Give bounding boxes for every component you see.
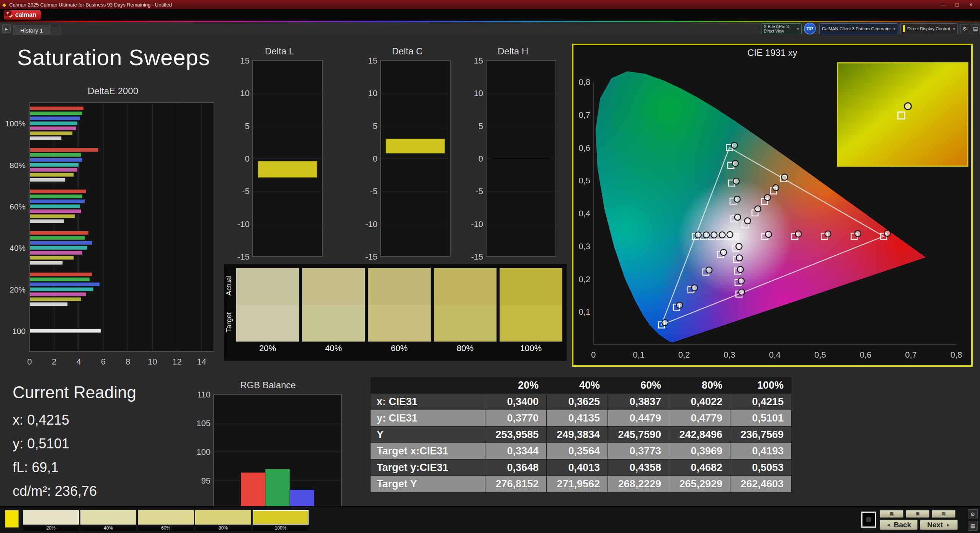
measured-marker: [825, 231, 831, 237]
table-row: Target x:CIE310,33440,35640,37730,39690,…: [371, 443, 792, 459]
table-column-header: 100%: [730, 377, 792, 394]
layout-grid-icon[interactable]: ▦: [968, 521, 978, 531]
svg-text:8: 8: [126, 357, 130, 366]
minimize-button[interactable]: —: [936, 2, 950, 8]
table-cell: 0,4682: [669, 459, 730, 476]
svg-text:100: 100: [196, 447, 211, 457]
meter-dropdown[interactable]: X-Rite i1Pro 3 Direct View ▾: [761, 23, 802, 34]
settings-gear-icon[interactable]: ⚙: [968, 509, 978, 519]
close-button[interactable]: ×: [964, 2, 978, 8]
measured-marker: [733, 178, 739, 184]
tab-history-1[interactable]: History 1: [13, 25, 50, 35]
svg-text:-10: -10: [237, 219, 250, 229]
tab-stub[interactable]: [51, 27, 60, 35]
pattern-swatch-color: [23, 510, 79, 525]
table-cell: 0,4479: [608, 410, 669, 427]
measured-marker: [764, 195, 771, 201]
table-cell: 0,3770: [485, 410, 547, 427]
pattern-window-icon: [866, 517, 871, 522]
table-cell: 0,4215: [730, 394, 792, 410]
pattern-swatch[interactable]: 40%: [80, 510, 136, 531]
pattern-swatch[interactable]: 100%: [253, 510, 309, 531]
pattern-swatch[interactable]: 60%: [138, 510, 194, 531]
svg-text:0,3: 0,3: [724, 350, 735, 360]
table-column-header: 20%: [485, 377, 547, 394]
meter-mode: Direct View: [764, 29, 789, 33]
table-cell: 0,4022: [669, 394, 730, 410]
measured-marker: [755, 206, 761, 212]
row-label: x: CIE31: [371, 394, 485, 410]
svg-text:-10: -10: [365, 219, 377, 229]
svg-text:0: 0: [591, 350, 596, 360]
pattern-window-toggle[interactable]: [861, 512, 876, 528]
current-reading-panel: Current Reading x: 0,4215y: 0,5101fL: 69…: [13, 383, 189, 503]
chart-title: Delta H: [467, 46, 559, 57]
measured-marker: [727, 232, 733, 238]
chart-title: Delta C: [361, 46, 453, 57]
deltae-bar: [30, 329, 101, 333]
settings-gear-icon[interactable]: ⚙: [960, 24, 969, 33]
delta-bar: [386, 139, 445, 154]
table-row: x: CIE310,34000,36250,38370,40220,4215: [371, 394, 792, 410]
pattern-generator-label: CalMAN Client 3 Pattern Generator: [822, 26, 891, 31]
measured-marker: [745, 218, 751, 224]
svg-text:0,1: 0,1: [578, 307, 590, 317]
deltae-2000-plot: 02468101214100%80%60%40%20%100: [6, 97, 220, 373]
svg-text:10: 10: [368, 88, 377, 98]
svg-text:0,2: 0,2: [578, 275, 590, 284]
table-column-header: 80%: [669, 377, 730, 394]
table-cell: 268,2229: [608, 476, 669, 492]
aux-grid-button[interactable]: ▦: [880, 510, 903, 518]
svg-text:2: 2: [52, 357, 56, 366]
table-cell: 0,5053: [730, 459, 792, 476]
table-cell: 253,9585: [485, 427, 547, 443]
svg-text:6: 6: [101, 357, 106, 366]
row-label: Target y:CIE31: [371, 459, 485, 476]
deltae-bar: [30, 241, 92, 245]
display-control-dropdown[interactable]: Direct Display Control ▾: [900, 23, 958, 34]
table-row: y: CIE310,37700,41350,44790,47790,5101: [371, 410, 792, 427]
table-cell: 236,7569: [730, 427, 792, 443]
pattern-swatch-label: 40%: [80, 525, 136, 531]
deltae-bar: [30, 126, 76, 130]
calman-logo-button[interactable]: ◈ calman ▾: [4, 10, 41, 20]
display-control-label: Direct Display Control: [907, 26, 950, 31]
maximize-button[interactable]: □: [950, 2, 964, 8]
chevron-down-icon: ▾: [893, 26, 895, 31]
reading-line: fL: 69,1: [13, 456, 189, 479]
deltae-bar: [30, 131, 72, 135]
measured-marker: [732, 160, 738, 167]
table-row: Y253,9585249,3834245,7590242,8496236,756…: [371, 427, 792, 443]
aux-panel-button[interactable]: ▤: [932, 510, 956, 518]
actual-swatch: [434, 268, 497, 305]
measured-marker: [781, 174, 787, 180]
actual-swatch: [368, 268, 431, 305]
svg-text:0: 0: [245, 154, 250, 163]
titlebar: ◆ Calman 2025 Calman Ultimate for Busine…: [0, 0, 980, 9]
calman-app: ◆ Calman 2025 Calman Ultimate for Busine…: [0, 0, 980, 533]
svg-text:-5: -5: [370, 186, 377, 196]
rgb-bar-red: [241, 473, 265, 509]
svg-text:110: 110: [197, 391, 211, 399]
pattern-swatch[interactable]: 80%: [195, 510, 251, 531]
pattern-swatch-label: 60%: [138, 525, 194, 531]
delta-h-plot: 151050-5-10-15100%: [467, 57, 559, 287]
cie-inset-zoom: [838, 63, 968, 166]
cie-1931-panel[interactable]: CIE 1931 xy 00,10,20,30,40,50,60,70,80,1…: [572, 44, 973, 367]
measured-marker: [711, 232, 717, 238]
table-cell: 262,4603: [730, 476, 792, 492]
back-button[interactable]: ◄ Back: [880, 520, 918, 530]
aux-screen-button[interactable]: ▣: [906, 510, 929, 518]
svg-text:0,7: 0,7: [905, 350, 917, 360]
pattern-generator-dropdown[interactable]: CalMAN Client 3 Pattern Generator ▾: [819, 23, 898, 34]
target-row-label: Target: [225, 321, 233, 332]
delta-l-chart: Delta L 151050-5-10-15100%: [234, 46, 325, 289]
meter-status-badge[interactable]: 737: [804, 23, 816, 34]
sidebar-expander-button[interactable]: ▸: [2, 25, 11, 33]
next-button[interactable]: Next ►: [920, 520, 958, 530]
workspace-panel-icon[interactable]: ▤: [971, 24, 980, 33]
window-title: Calman 2025 Calman Ultimate for Business…: [9, 2, 172, 8]
table-row: Target y:CIE310,36480,40130,43580,46820,…: [371, 459, 792, 476]
pattern-swatch[interactable]: 20%: [23, 510, 79, 531]
reading-line: x: 0,4215: [13, 408, 189, 432]
